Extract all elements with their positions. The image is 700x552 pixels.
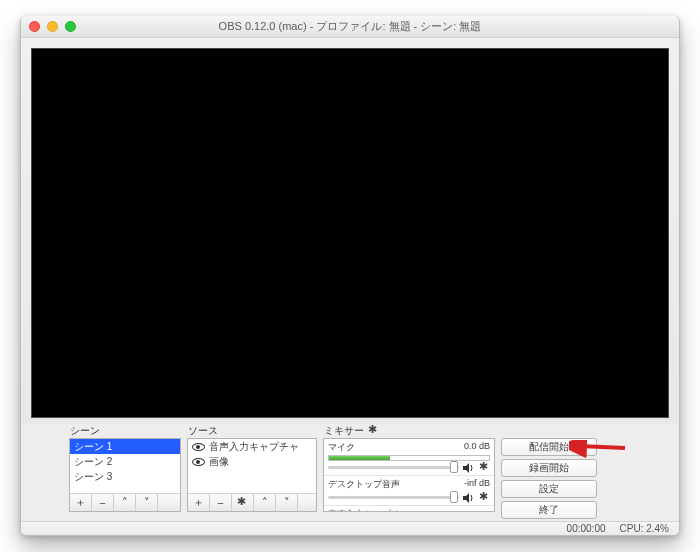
move-source-up-button[interactable]: ˄ — [254, 494, 276, 511]
add-source-button[interactable]: ＋ — [188, 494, 210, 511]
start-record-button[interactable]: 録画開始 — [501, 459, 597, 477]
list-item[interactable]: 音声入力キャプチャ — [188, 439, 316, 454]
source-name: 音声入力キャプチャ — [209, 440, 299, 453]
status-time: 00:00:00 — [567, 523, 606, 534]
status-cpu: CPU: 2.4% — [620, 523, 669, 534]
preview-wrap — [21, 38, 679, 424]
gear-icon[interactable] — [479, 492, 490, 503]
scenes-toolbar: ＋ − ˄ ˅ — [70, 493, 180, 511]
speaker-icon[interactable] — [463, 463, 475, 473]
channel-name: デスクトップ音声 — [328, 478, 400, 491]
list-item[interactable]: 画像 — [188, 454, 316, 469]
minimize-icon[interactable] — [47, 21, 58, 32]
mixer-panel: ミキサー マイク 0.0 dB — [323, 424, 495, 519]
exit-button[interactable]: 終了 — [501, 501, 597, 519]
svg-marker-1 — [463, 493, 469, 503]
mixer-box: マイク 0.0 dB デスクトップ音声 -inf dB — [323, 438, 495, 512]
preview-canvas[interactable] — [31, 48, 669, 418]
mixer-head: ミキサー — [323, 424, 495, 438]
source-settings-button[interactable] — [232, 494, 254, 511]
mixer-label: ミキサー — [324, 424, 364, 438]
volume-slider[interactable] — [328, 466, 459, 469]
sources-label: ソース — [187, 424, 317, 438]
remove-source-button[interactable]: − — [210, 494, 232, 511]
status-bar: 00:00:00 CPU: 2.4% — [21, 521, 679, 535]
list-item[interactable]: シーン 2 — [70, 454, 180, 469]
app-window: OBS 0.12.0 (mac) - プロファイル: 無題 - シーン: 無題 … — [20, 16, 680, 536]
scenes-listbox[interactable]: シーン 1 シーン 2 シーン 3 ＋ − ˄ ˅ — [69, 438, 181, 512]
scenes-panel: シーン シーン 1 シーン 2 シーン 3 ＋ − ˄ ˅ — [69, 424, 181, 519]
mixer-channel: 音声入力キャプチャ — [324, 506, 494, 512]
gear-icon — [237, 497, 248, 508]
volume-slider[interactable] — [328, 496, 459, 499]
maximize-icon[interactable] — [65, 21, 76, 32]
scenes-label: シーン — [69, 424, 181, 438]
list-item[interactable]: シーン 3 — [70, 469, 180, 484]
mixer-channel: デスクトップ音声 -inf dB — [324, 476, 494, 506]
mixer-channel: マイク 0.0 dB — [324, 439, 494, 476]
sources-toolbar: ＋ − ˄ ˅ — [188, 493, 316, 511]
move-scene-up-button[interactable]: ˄ — [114, 494, 136, 511]
move-source-down-button[interactable]: ˅ — [276, 494, 298, 511]
list-item[interactable]: シーン 1 — [70, 439, 180, 454]
gear-icon[interactable] — [479, 462, 490, 473]
remove-scene-button[interactable]: − — [92, 494, 114, 511]
add-scene-button[interactable]: ＋ — [70, 494, 92, 511]
visibility-icon[interactable] — [192, 458, 205, 466]
source-name: 画像 — [209, 455, 229, 468]
sources-panel: ソース 音声入力キャプチャ 画像 ＋ − ˄ — [187, 424, 317, 519]
controls-panel: 配信開始 録画開始 設定 終了 — [501, 424, 597, 519]
settings-button[interactable]: 設定 — [501, 480, 597, 498]
level-meter — [328, 455, 490, 461]
visibility-icon[interactable] — [192, 443, 205, 451]
titlebar: OBS 0.12.0 (mac) - プロファイル: 無題 - シーン: 無題 — [21, 16, 679, 38]
speaker-icon[interactable] — [463, 493, 475, 503]
sources-listbox[interactable]: 音声入力キャプチャ 画像 ＋ − ˄ ˅ — [187, 438, 317, 512]
move-scene-down-button[interactable]: ˅ — [136, 494, 158, 511]
bottom-panels: シーン シーン 1 シーン 2 シーン 3 ＋ − ˄ ˅ ソース — [21, 424, 679, 521]
svg-marker-0 — [463, 463, 469, 473]
channel-db: 0.0 dB — [464, 441, 490, 454]
window-title: OBS 0.12.0 (mac) - プロファイル: 無題 - シーン: 無題 — [21, 19, 679, 34]
channel-name: マイク — [328, 441, 355, 454]
start-stream-button[interactable]: 配信開始 — [501, 438, 597, 456]
close-icon[interactable] — [29, 21, 40, 32]
channel-name: 音声入力キャプチャ — [328, 508, 409, 512]
gear-icon[interactable] — [368, 425, 379, 436]
